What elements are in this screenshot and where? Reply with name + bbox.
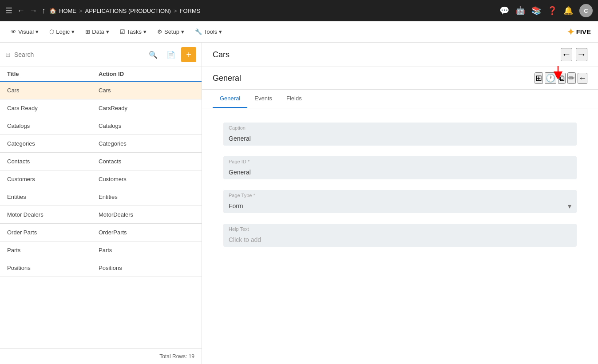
bell-icon[interactable]: 🔔 [563,6,573,16]
row-title: Motor Dealers [7,211,99,218]
section-title: General [213,74,535,83]
clock-icon[interactable]: 🕐 [545,72,556,84]
page-type-select-wrap: Form List Kanban Calendar ▾ [223,199,577,213]
row-action-id: CarsReady [99,105,190,111]
row-title: Categories [7,140,99,147]
search-input[interactable] [14,51,142,58]
col-actionid-header: Action ID [99,71,190,77]
row-action-id: Categories [99,140,190,147]
table-row[interactable]: Entities Entities [0,188,202,206]
row-action-id: Contacts [99,158,190,165]
right-panel-header: Cars ← → [202,43,598,67]
add-button[interactable]: + [181,47,196,62]
robot-icon[interactable]: 🤖 [515,6,525,16]
section-back-icon[interactable]: ← [578,73,587,84]
table-row[interactable]: Categories Categories [0,135,202,153]
tab-events[interactable]: Events [247,90,279,108]
table-row[interactable]: Parts Parts [0,241,202,259]
table-header: Title Action ID [0,67,202,82]
tab-fields[interactable]: Fields [279,90,309,108]
page-id-value[interactable]: General [223,165,577,179]
document-button[interactable]: 📄 [163,47,178,62]
caption-field-group: Caption General [223,123,577,146]
second-nav: 👁 Visual ▾ ⬡ Logic ▾ ⊞ Data ▾ ☑ Tasks ▾ … [0,21,598,43]
form-content: Caption General Page ID * General Page T… [202,108,598,261]
nav-tasks[interactable]: ☑ Tasks ▾ [116,27,150,37]
help-icon[interactable]: ❓ [547,6,557,16]
book-icon[interactable]: 📚 [531,6,541,16]
forward-icon[interactable]: → [29,6,37,16]
row-title: Customers [7,176,99,182]
home-icon: 🏠 [49,8,56,14]
up-icon[interactable]: ↑ [42,6,46,16]
breadcrumb-home[interactable]: HOME [59,8,76,14]
row-title: Positions [7,265,99,271]
breadcrumb-applications[interactable]: APPLICATIONS (PRODUCTION) [85,8,171,14]
tools-icon: 🔧 [195,28,202,35]
row-action-id: Positions [99,265,190,271]
table-row[interactable]: Catalogs Catalogs [0,117,202,135]
table-view-icon[interactable]: ⊞ [535,72,543,84]
five-logo-text: FIVE [576,28,591,36]
breadcrumb-forms[interactable]: FORMS [180,8,201,14]
page-id-field-group: Page ID * General [223,156,577,179]
logic-icon: ⬡ [49,28,54,35]
tasks-chevron: ▾ [143,28,147,35]
help-text-value[interactable]: Click to add [223,233,577,247]
five-logo: ✦ FIVE [567,27,591,37]
top-bar: ☰ ← → ↑ 🏠 HOME > APPLICATIONS (PRODUCTIO… [0,0,598,21]
row-title: Parts [7,247,99,253]
nav-setup[interactable]: ⚙ Setup ▾ [154,27,188,37]
row-title: Cars [7,87,99,94]
table-row[interactable]: Order Parts OrderParts [0,224,202,241]
top-nav-icons: ☰ ← → ↑ [5,6,46,16]
edit-icon[interactable]: ✏ [567,72,576,84]
row-title: Order Parts [7,229,99,236]
table-row[interactable]: Motor Dealers MotorDealers [0,206,202,224]
tools-chevron: ▾ [219,28,222,35]
caption-label: Caption [223,123,577,131]
visual-chevron: ▾ [36,28,39,35]
search-button[interactable]: 🔍 [146,47,161,62]
page-type-field-group: Page Type * Form List Kanban Calendar ▾ [223,190,577,213]
nav-data[interactable]: ⊞ Data ▾ [82,27,112,37]
nav-visual[interactable]: 👁 Visual ▾ [7,27,42,37]
page-id-input-wrap: Page ID * General [223,156,577,179]
row-title: Entities [7,194,99,200]
support-icon[interactable]: 💬 [499,6,509,16]
five-logo-icon: ✦ [567,27,574,37]
back-icon[interactable]: ← [17,6,25,16]
section-actions: ⊞ 🕐 ⧉ ✏ ← [535,72,587,84]
hamburger-icon[interactable]: ☰ [5,6,12,16]
table-row[interactable]: Customers Customers [0,170,202,188]
table-row[interactable]: Cars Cars [0,82,202,99]
table-footer: Total Rows: 19 [0,348,202,364]
avatar[interactable]: C [579,4,593,17]
tab-general[interactable]: General [213,90,247,108]
search-bar: ⊟ 🔍 📄 + [0,43,202,67]
help-text-input-wrap: Help Text Click to add [223,224,577,247]
caption-value[interactable]: General [223,131,577,146]
back-nav-icon[interactable]: ← [561,48,572,61]
row-action-id: Entities [99,194,190,200]
panel-title: Cars [213,50,561,59]
nav-tools[interactable]: 🔧 Tools ▾ [191,27,226,37]
forward-nav-icon[interactable]: → [576,48,587,61]
nav-logic[interactable]: ⬡ Logic ▾ [46,27,78,37]
table-row[interactable]: Contacts Contacts [0,153,202,170]
right-panel: Cars ← → General ⊞ 🕐 ⧉ ✏ ← [202,43,598,364]
row-title: Contacts [7,158,99,165]
select-arrow-icon: ▾ [568,202,571,210]
page-type-select[interactable]: Form List Kanban Calendar [223,199,577,213]
caption-input-wrap: Caption General [223,123,577,146]
copy-icon[interactable]: ⧉ [558,73,566,84]
top-right-icons: 💬 🤖 📚 ❓ 🔔 C [499,4,593,17]
table-body: Cars Cars Cars Ready CarsReady Catalogs … [0,82,202,348]
visual-icon: 👁 [11,28,16,35]
total-rows: Total Rows: 19 [159,353,194,360]
table-row[interactable]: Cars Ready CarsReady [0,99,202,117]
row-action-id: Customers [99,176,190,182]
row-action-id: Catalogs [99,123,190,129]
table-row[interactable]: Positions Positions [0,259,202,277]
setup-icon: ⚙ [157,28,162,35]
